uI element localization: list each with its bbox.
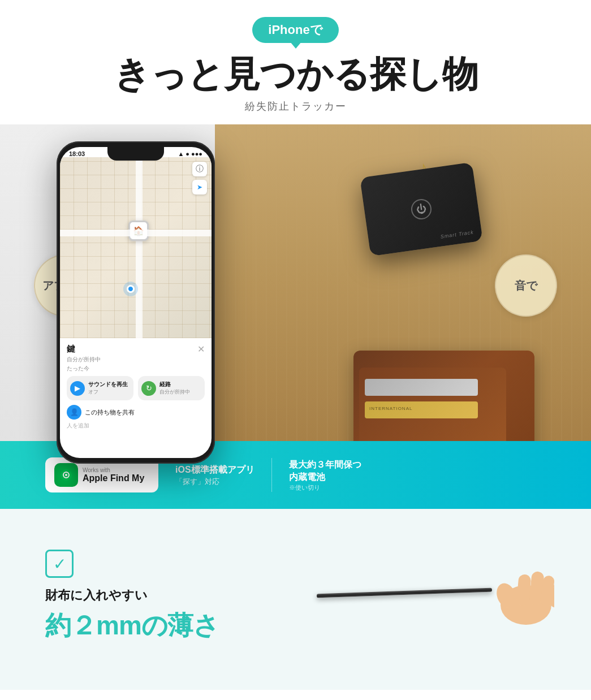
tracker-brand: Smart Track [440, 230, 474, 240]
strip-info-note: ※使い切り [289, 483, 361, 492]
share-icon: 👤 [67, 405, 81, 420]
map-pin: 🏠 [128, 221, 149, 241]
find-my-name: Apple Find My [83, 473, 144, 483]
find-my-icon [54, 463, 78, 487]
add-person-label: 人を追加 [67, 422, 205, 430]
iphone-notch [107, 147, 164, 161]
status-icons: ▲ ● ●●● [178, 150, 202, 157]
wallet-card1 [365, 379, 478, 396]
svg-point-2 [65, 474, 67, 476]
sound-btn[interactable]: ▶ サウンドを再生 オフ [67, 376, 133, 400]
header-section: iPhoneで きっと見つかる探し物 紛失防止トラッカー [0, 0, 591, 124]
map-road-v [136, 157, 143, 338]
tracker-device: ⏻ Smart Track [360, 162, 483, 256]
card-header: 鍵 自分が所持中 たった今 ✕ [67, 344, 205, 373]
tracker-power-button: ⏻ [410, 198, 433, 221]
thin-device-container [271, 557, 554, 636]
strip-info-2: 最大約３年間保つ 内蔵電池 ※使い切り [289, 459, 361, 492]
bottom-size: 約２mmの薄さ [45, 608, 238, 643]
strip-info-line2: 内蔵電池 [289, 471, 361, 483]
strip-info-sub-1: 「探す」対応 [175, 477, 254, 487]
status-time: 18:03 [69, 150, 85, 157]
card-subtitle1: 自分が所持中 [67, 356, 101, 364]
check-mark: ✓ [53, 555, 66, 573]
sound-btn-sub: オフ [88, 388, 128, 396]
card-title: 鍵 [67, 344, 101, 355]
main-title: きっと見つかる探し物 [11, 54, 580, 94]
find-my-works-text: Works with [83, 467, 144, 473]
sound-btn-icon: ▶ [70, 381, 85, 396]
map-blue-dot [127, 285, 135, 293]
sub-title: 紛失防止トラッカー [11, 100, 580, 113]
bottom-right [271, 557, 554, 636]
wallet-card2: INTERNATIONAL [365, 401, 478, 418]
wallet-inner: INTERNATIONAL [359, 368, 506, 447]
iphone-screen: 18:03 ▲ ● ●●● 🏠 ⓘ ➤ 鍵 自分が所持中 たった今 [60, 147, 212, 458]
wallet-card2-text: INTERNATIONAL [369, 406, 412, 411]
hero-section: アプリで 音で ♪ ♫ 18:03 ▲ ● ●●● 🏠 ⓘ ➤ [0, 124, 591, 509]
iphone-badge: iPhoneで [252, 17, 338, 43]
strip-info-title-2: 最大約３年間保つ [289, 459, 361, 471]
phone-bottom-card: 鍵 自分が所持中 たった今 ✕ ▶ サウンドを再生 オフ [60, 338, 212, 435]
bottom-label: 財布に入れやすい [45, 587, 238, 604]
card-share[interactable]: 👤 この持ち物を共有 [67, 405, 205, 420]
route-btn[interactable]: ↻ 経路 自分が所持中 [138, 376, 205, 400]
iphone-mockup: 18:03 ▲ ● ●●● 🏠 ⓘ ➤ 鍵 自分が所持中 たった今 [57, 141, 215, 464]
route-btn-label: 経路 [159, 381, 190, 388]
card-buttons: ▶ サウンドを再生 オフ ↻ 経路 自分が所持中 [67, 376, 205, 400]
route-btn-icon: ↻ [141, 381, 156, 396]
check-icon: ✓ [45, 550, 74, 578]
circle-sound: 音で [495, 254, 557, 317]
share-label: この持ち物を共有 [85, 408, 135, 417]
hand-svg-area [430, 557, 554, 636]
card-close[interactable]: ✕ [197, 344, 205, 355]
hand-svg [430, 557, 554, 636]
map-nav-btn[interactable]: ➤ [192, 180, 207, 195]
route-btn-sub: 自分が所持中 [159, 388, 190, 396]
sound-btn-label: サウンドを再生 [88, 381, 128, 388]
bottom-section: ✓ 財布に入れやすい 約２mmの薄さ [0, 509, 591, 690]
strip-info-title-1: iOS標準搭載アプリ [175, 464, 254, 476]
strip-divider [271, 458, 272, 492]
bottom-left: ✓ 財布に入れやすい 約２mmの薄さ [45, 550, 238, 643]
map-area: 🏠 ⓘ ➤ [60, 157, 212, 338]
strip-info-1: iOS標準搭載アプリ 「探す」対応 [175, 464, 254, 486]
card-subtitle2: たった今 [67, 365, 101, 373]
map-info-btn[interactable]: ⓘ [192, 162, 207, 176]
